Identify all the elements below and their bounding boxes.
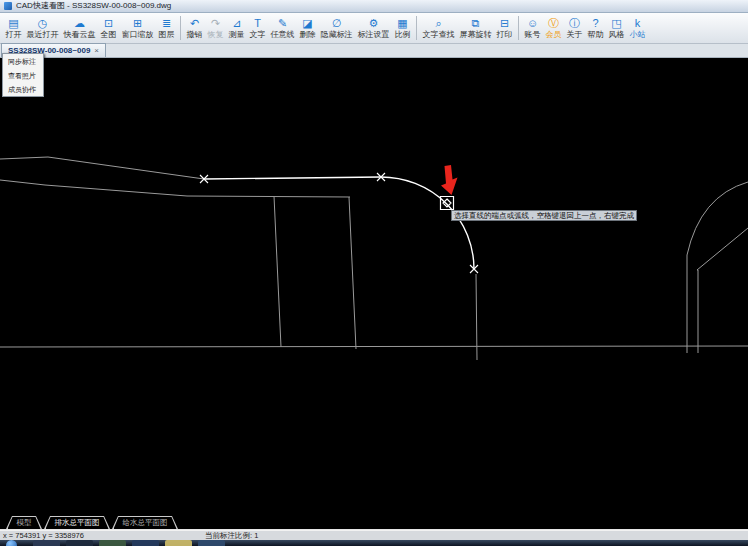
snap-cursor-icon [441, 197, 454, 210]
toolbar-button-about[interactable]: ⓘ关于 [564, 13, 585, 43]
toolbar-button-label: 隐藏标注 [321, 30, 353, 40]
drawing-canvas[interactable]: 选择直线的端点或弧线，空格键退回上一点，右键完成 [0, 58, 748, 516]
taskbar-button[interactable] [99, 540, 126, 546]
screen-rotate-icon: ⧉ [472, 17, 480, 30]
toolbar-button-undo[interactable]: ↶撤销 [184, 13, 205, 43]
title-bar: CAD快速看图 - SS328SW-00-008~009.dwg [0, 0, 748, 13]
toolbar-button-screen-rotate[interactable]: ⧉屏幕旋转 [457, 13, 494, 43]
delete-icon: ◪ [302, 17, 312, 30]
layers-icon: ≣ [162, 17, 171, 30]
toolbar-button-label: 关于 [567, 30, 583, 40]
toolbar-separator [518, 16, 519, 40]
context-menu-item-member-collaboration[interactable]: 成员协作 [3, 82, 43, 96]
toolbar-separator [416, 16, 417, 40]
toolbar-button-window-zoom[interactable]: ⊞窗口缩放 [119, 13, 156, 43]
layout-tab-label: 给水总平面图 [114, 517, 177, 529]
window-title: CAD快速看图 - SS328SW-00-008~009.dwg [16, 0, 171, 12]
toolbar-button-label: 最近打开 [27, 30, 59, 40]
toolbar-button-label: 标注设置 [358, 30, 390, 40]
taskbar [0, 540, 748, 546]
cloud-drive-icon: ☁ [74, 17, 85, 30]
toolbar-button-account[interactable]: ☺账号 [522, 13, 543, 43]
context-menu-item-view-photos[interactable]: 查看照片 [3, 68, 43, 82]
toolbar-button-text[interactable]: T文字 [247, 13, 268, 43]
layout-tab-water-supply-plan[interactable]: 给水总平面图 [112, 516, 178, 529]
toolbar-button-label: 测量 [229, 30, 245, 40]
taskbar-button[interactable] [33, 540, 60, 546]
context-menu: 同步标注 查看照片 成员协作 [2, 53, 44, 97]
toolbar-button-label: 删除 [300, 30, 316, 40]
toolbar-button-label: 快看云盘 [64, 30, 96, 40]
start-button[interactable] [6, 540, 17, 546]
toolbar-button-hide-annotation[interactable]: ∅隐藏标注 [318, 13, 355, 43]
toolbar-button-scale[interactable]: ▦比例 [392, 13, 413, 43]
recent-open-icon: ◷ [38, 17, 48, 30]
toolbar-button-label: 全图 [101, 30, 117, 40]
status-bar: x = 754391 y = 3358976 当前标注比例: 1 [0, 530, 748, 540]
toolbar-button-label: 任意线 [271, 30, 295, 40]
toolbar-button-label: 打印 [497, 30, 513, 40]
taskbar-button[interactable] [165, 540, 192, 546]
account-icon: ☺ [527, 17, 538, 30]
text-icon: T [254, 17, 261, 30]
toolbar-button-label: 窗口缩放 [122, 30, 154, 40]
measure-point-markers [200, 173, 478, 273]
annotation-settings-icon: ⚙ [369, 17, 379, 30]
layout-tab-label: 模型 [8, 517, 41, 529]
toolbar: ▤打开◷最近打开☁快看云盘⊡全图⊞窗口缩放≣图层↶撤销↷恢复⊿测量T文字✎任意线… [0, 13, 748, 44]
hide-annotation-icon: ∅ [332, 17, 342, 30]
toolbar-button-label: 比例 [395, 30, 411, 40]
toolbar-button-mini-site[interactable]: k小站 [627, 13, 648, 43]
toolbar-button-label: 屏幕旋转 [460, 30, 492, 40]
toolbar-button-annotation-settings[interactable]: ⚙标注设置 [355, 13, 392, 43]
toolbar-button-measure[interactable]: ⊿测量 [226, 13, 247, 43]
toolbar-button-print[interactable]: ⊟打印 [494, 13, 515, 43]
layout-tab-model[interactable]: 模型 [6, 516, 42, 529]
toolbar-button-style[interactable]: ◳风格 [606, 13, 627, 43]
toolbar-button-recent-open[interactable]: ◷最近打开 [24, 13, 61, 43]
red-arrow-annotation [441, 165, 458, 195]
toolbar-button-redo[interactable]: ↷恢复 [205, 13, 226, 43]
annotation-scale-status: 当前标注比例: 1 [205, 531, 258, 540]
taskbar-button[interactable] [198, 540, 225, 546]
layout-tab-drainage-plan[interactable]: 排水总平面图 [44, 516, 110, 529]
measure-polyline [204, 177, 474, 269]
redo-icon: ↷ [211, 17, 220, 30]
toolbar-button-layers[interactable]: ≣图层 [156, 13, 177, 43]
toolbar-button-text-search[interactable]: ⌕文字查找 [420, 13, 457, 43]
toolbar-button-help[interactable]: ?帮助 [585, 13, 606, 43]
toolbar-button-free-line[interactable]: ✎任意线 [268, 13, 297, 43]
toolbar-button-label: 打开 [6, 30, 22, 40]
toolbar-button-delete[interactable]: ◪删除 [297, 13, 318, 43]
text-search-icon: ⌕ [435, 17, 441, 30]
toolbar-button-fit-view[interactable]: ⊡全图 [98, 13, 119, 43]
fit-view-icon: ⊡ [104, 17, 113, 30]
print-icon: ⊟ [500, 17, 509, 30]
cursor-coordinates: x = 754391 y = 3358976 [3, 531, 84, 540]
free-line-icon: ✎ [278, 17, 287, 30]
toolbar-button-label: 风格 [609, 30, 625, 40]
taskbar-button[interactable] [132, 540, 159, 546]
app-icon [4, 2, 12, 10]
measure-icon: ⊿ [232, 17, 241, 30]
tab-close-icon[interactable]: × [94, 46, 99, 55]
context-menu-item-sync-annotation[interactable]: 同步标注 [3, 54, 43, 68]
toolbar-button-open[interactable]: ▤打开 [3, 13, 24, 43]
toolbar-button-label: 小站 [630, 30, 646, 40]
toolbar-button-label: 恢复 [208, 30, 224, 40]
taskbar-button[interactable] [66, 540, 93, 546]
toolbar-button-cloud-drive[interactable]: ☁快看云盘 [61, 13, 98, 43]
app-window: CAD快速看图 - SS328SW-00-008~009.dwg ▤打开◷最近打… [0, 0, 748, 546]
cad-drawing-lines [0, 157, 748, 360]
scale-icon: ▦ [397, 17, 407, 30]
help-icon: ? [592, 17, 598, 30]
mini-site-icon: k [635, 17, 641, 30]
layout-tabs: 模型排水总平面图给水总平面图 [0, 516, 748, 530]
toolbar-button-label: 文字 [250, 30, 266, 40]
toolbar-button-vip[interactable]: Ⓥ会员 [543, 13, 564, 43]
layout-tab-label: 排水总平面图 [46, 517, 109, 529]
toolbar-button-label: 文字查找 [423, 30, 455, 40]
toolbar-separator [180, 16, 181, 40]
snap-tooltip: 选择直线的端点或弧线，空格键退回上一点，右键完成 [451, 210, 637, 221]
drawing-svg [0, 58, 748, 516]
